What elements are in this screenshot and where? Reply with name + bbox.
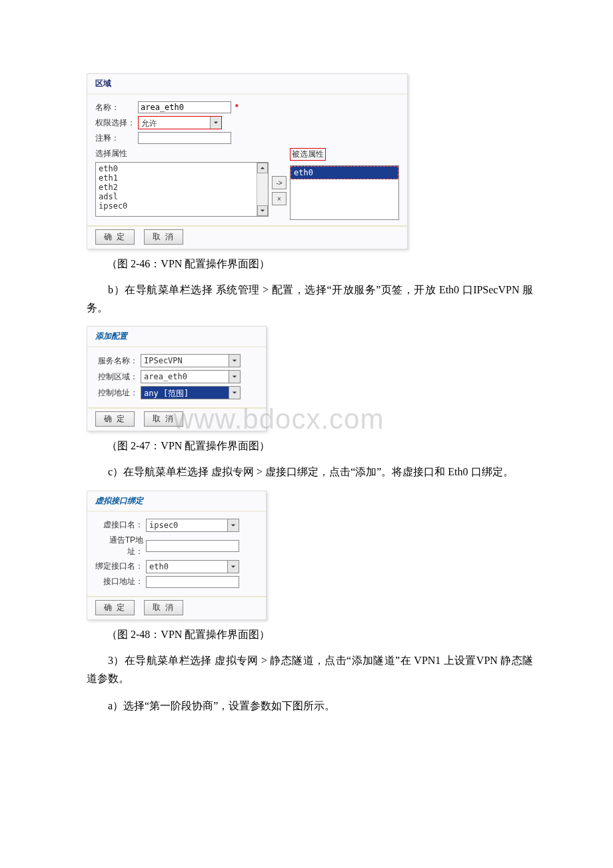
bif-select[interactable]: eth0	[146, 560, 239, 573]
addr-select[interactable]: any [范围]	[141, 386, 241, 399]
scroll-up-icon[interactable]	[257, 163, 268, 173]
label-area: 控制区域：	[95, 371, 141, 383]
list-item[interactable]: ipsec0	[99, 201, 254, 211]
label-perm: 权限选择：	[95, 117, 138, 129]
virtual-if-panel: 虚拟接口绑定 虚接口名： ipsec0 通告TP地址： 绑定接口名： eth0	[87, 491, 267, 620]
area-select[interactable]: area_eth0	[141, 370, 241, 383]
name-input[interactable]	[138, 101, 231, 113]
chevron-down-icon	[227, 561, 239, 573]
area-select-value: area_eth0	[141, 371, 229, 383]
cancel-button[interactable]: 取 消	[144, 411, 183, 427]
label-select-attr: 选择属性	[95, 148, 269, 159]
cancel-button[interactable]: 取 消	[144, 600, 183, 615]
paragraph: a）选择“第一阶段协商”，设置参数如下图所示。	[87, 697, 533, 715]
vif-select-value: ipsec0	[147, 519, 227, 531]
label-ifaddr: 接口地址：	[95, 576, 146, 587]
bif-select-value: eth0	[147, 561, 227, 573]
label-addr: 控制地址：	[95, 387, 141, 399]
perm-select[interactable]: 允许	[138, 116, 222, 129]
attr-listbox[interactable]: eth0 eth1 eth2 adsl ipsec0	[95, 162, 269, 217]
figure-caption: （图 2-47：VPN 配置操作界面图）	[107, 439, 533, 453]
required-mark: *	[235, 103, 239, 112]
ok-button[interactable]: 确 定	[95, 411, 135, 427]
chevron-down-icon	[229, 387, 240, 399]
add-config-panel: 添加配置 服务名称： IPSecVPN 控制区域： area_eth0 控制地址…	[87, 326, 267, 431]
chevron-down-icon	[227, 519, 239, 531]
selected-listbox[interactable]: eth0	[290, 165, 399, 220]
service-select[interactable]: IPSecVPN	[141, 354, 241, 367]
list-item[interactable]: eth0	[99, 164, 254, 173]
label-selected-attr: 被选属性	[290, 148, 326, 161]
ok-button[interactable]: 确 定	[95, 229, 135, 245]
chevron-down-icon	[229, 355, 240, 367]
scrollbar[interactable]	[257, 163, 268, 216]
paragraph: b）在导航菜单栏选择 系统管理 > 配置，选择“开放服务”页签，开放 Eth0 …	[87, 281, 533, 317]
figure-caption: （图 2-46：VPN 配置操作界面图）	[107, 257, 533, 271]
list-item[interactable]: eth1	[99, 173, 254, 183]
label-bif: 绑定接口名：	[95, 561, 146, 572]
label-tip: 通告TP地址：	[95, 535, 146, 557]
label-comment: 注释：	[95, 133, 138, 144]
remove-button[interactable]: ×	[272, 192, 287, 205]
paragraph: c）在导航菜单栏选择 虚拟专网 > 虚接口绑定，点击“添加”。将虚接口和 Eth…	[87, 463, 533, 481]
list-item[interactable]: adsl	[99, 192, 254, 201]
list-item-selected[interactable]: eth0	[291, 166, 398, 179]
list-item[interactable]: eth2	[99, 183, 254, 192]
ok-button[interactable]: 确 定	[95, 600, 135, 615]
panel-title: 添加配置	[87, 327, 266, 347]
label-name: 名称：	[95, 102, 138, 113]
service-select-value: IPSecVPN	[141, 355, 229, 367]
ifaddr-input[interactable]	[146, 576, 239, 588]
comment-input[interactable]	[138, 132, 231, 144]
cancel-button[interactable]: 取 消	[144, 229, 183, 245]
scroll-down-icon[interactable]	[257, 205, 268, 216]
panel-title: 虚拟接口绑定	[87, 491, 266, 512]
label-vif: 虚接口名：	[95, 519, 146, 531]
chevron-down-icon	[229, 371, 240, 383]
add-button[interactable]: ->	[272, 176, 287, 189]
panel-title: 区域	[87, 74, 407, 95]
chevron-down-icon	[210, 117, 221, 129]
vif-select[interactable]: ipsec0	[146, 519, 239, 532]
perm-select-value: 允许	[139, 117, 210, 129]
tip-input[interactable]	[146, 540, 239, 552]
zone-panel: 区域 名称： * 权限选择： 允许 注释：	[87, 73, 408, 249]
label-service: 服务名称：	[95, 355, 141, 367]
addr-select-value: any [范围]	[141, 387, 229, 399]
figure-caption: （图 2-48：VPN 配置操作界面图）	[107, 628, 533, 642]
paragraph: 3）在导航菜单栏选择 虚拟专网 > 静态隧道，点击“添加隧道”在 VPN1 上设…	[87, 651, 533, 687]
